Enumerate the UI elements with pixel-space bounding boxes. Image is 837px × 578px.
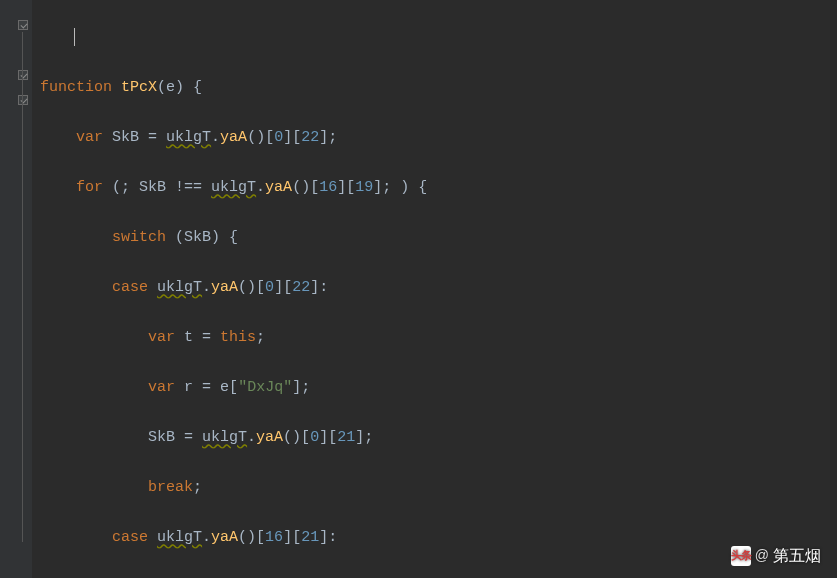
gutter bbox=[0, 0, 32, 578]
fold-icon[interactable] bbox=[18, 70, 28, 80]
code-line: var r = e["DxJq"]; bbox=[40, 375, 598, 400]
code-line: switch (SkB) { bbox=[40, 225, 598, 250]
code-editor[interactable]: function tPcX(e) { var SkB = uklgT.yaA()… bbox=[0, 0, 837, 578]
watermark: 头条 @第五烟 bbox=[731, 543, 821, 568]
code-line bbox=[40, 25, 598, 50]
code-line: break; bbox=[40, 475, 598, 500]
watermark-author: 第五烟 bbox=[773, 543, 821, 568]
code-line: var t = this; bbox=[40, 325, 598, 350]
code-line: var SkB = uklgT.yaA()[0][22]; bbox=[40, 125, 598, 150]
code-area[interactable]: function tPcX(e) { var SkB = uklgT.yaA()… bbox=[32, 0, 598, 578]
code-line: function tPcX(e) { bbox=[40, 75, 598, 100]
code-line: SkB = uklgT.yaA()[0][21]; bbox=[40, 425, 598, 450]
fold-icon[interactable] bbox=[18, 20, 28, 30]
fold-icon[interactable] bbox=[18, 95, 28, 105]
code-line: for (; SkB !== uklgT.yaA()[16][19]; ) { bbox=[40, 175, 598, 200]
watermark-logo-icon: 头条 bbox=[731, 546, 751, 566]
code-line: case uklgT.yaA()[0][22]: bbox=[40, 275, 598, 300]
code-line: case uklgT.yaA()[16][21]: bbox=[40, 525, 598, 550]
watermark-at: @ bbox=[755, 543, 769, 568]
